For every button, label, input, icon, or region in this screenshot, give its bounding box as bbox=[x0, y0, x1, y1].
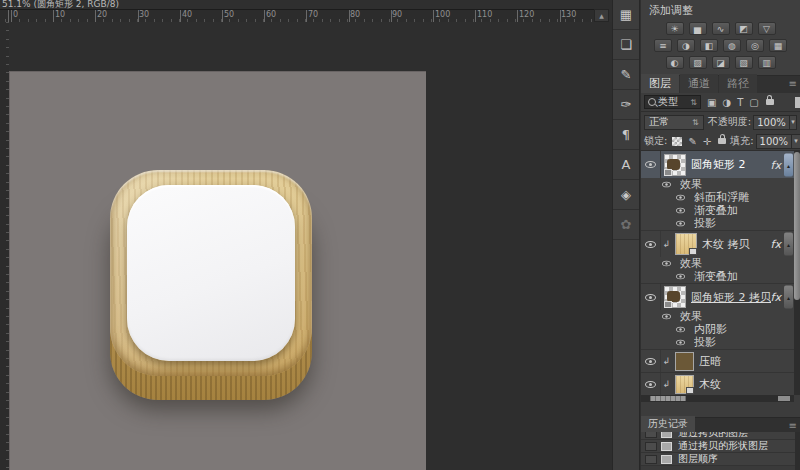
tab-history[interactable]: 历史记录 bbox=[641, 416, 695, 432]
fx-collapse-button[interactable]: ▴ bbox=[784, 153, 793, 176]
eye-icon[interactable] bbox=[671, 323, 690, 336]
tab-paths[interactable]: 路径 bbox=[719, 74, 757, 93]
3d-panel-icon[interactable]: ◈ bbox=[613, 180, 639, 210]
type-layer-filter-icon[interactable]: T bbox=[737, 97, 743, 108]
opacity-value[interactable]: 100% bbox=[753, 115, 790, 130]
lock-all-icon[interactable] bbox=[718, 138, 726, 144]
opacity-dropdown-icon[interactable]: ▾ bbox=[790, 115, 797, 130]
eye-icon[interactable] bbox=[641, 151, 661, 178]
history-source-checkbox[interactable] bbox=[645, 442, 657, 451]
lock-transparency-icon[interactable] bbox=[672, 137, 682, 146]
layer-row[interactable]: 圆角矩形 2 拷贝 fx ▴ bbox=[641, 283, 800, 310]
layers-horizontal-scrollbar[interactable] bbox=[641, 395, 794, 402]
adjustment-layer-filter-icon[interactable]: ◑ bbox=[722, 97, 731, 108]
lock-position-move-icon[interactable]: ✛ bbox=[703, 136, 711, 147]
blend-mode-select[interactable]: 正常 ⇅ bbox=[644, 115, 704, 130]
paragraph-panel-icon[interactable]: ¶ bbox=[613, 120, 639, 150]
eye-icon[interactable] bbox=[671, 191, 690, 204]
eye-icon[interactable] bbox=[657, 257, 676, 270]
eye-icon[interactable] bbox=[657, 178, 676, 191]
ruler-tick-label: 130 bbox=[561, 10, 576, 19]
selective-color-icon[interactable]: ▧ bbox=[735, 56, 753, 69]
ruler-tick-label: 100 bbox=[435, 10, 450, 19]
eye-icon[interactable] bbox=[641, 373, 661, 395]
ruler-tick-label: 60 bbox=[266, 10, 276, 19]
eye-icon[interactable] bbox=[657, 310, 676, 323]
brightness-contrast-icon[interactable]: ☀ bbox=[666, 22, 684, 35]
ruler-tick-label: 90 bbox=[392, 10, 402, 19]
history-item[interactable]: 通过拷贝的形状图层 bbox=[641, 440, 795, 453]
layer-thumbnail[interactable] bbox=[664, 154, 686, 176]
ruler-tick-label: 10 bbox=[55, 10, 65, 19]
fx-collapse-button[interactable]: ▴ bbox=[784, 233, 793, 256]
ruler-tick-label: 40 bbox=[182, 10, 192, 19]
fill-value[interactable]: 100% bbox=[756, 134, 793, 149]
filter-type-select[interactable]: 类型 ⇅ bbox=[644, 95, 701, 109]
shape-layer-filter-icon[interactable]: ▢ bbox=[749, 97, 758, 108]
scrollbar-thumb[interactable] bbox=[794, 152, 800, 300]
layer-effect-row[interactable]: 投影 bbox=[641, 217, 800, 230]
properties-panel-icon[interactable]: ✿ bbox=[613, 210, 639, 240]
black-white-icon[interactable]: ◧ bbox=[700, 39, 718, 52]
scrollbar-thumb[interactable] bbox=[650, 396, 686, 401]
tab-channels[interactable]: 通道 bbox=[680, 74, 718, 93]
eye-icon[interactable] bbox=[641, 350, 661, 372]
ruler-tick-label: 110 bbox=[477, 10, 492, 19]
channel-mixer-icon[interactable]: ◎ bbox=[746, 39, 764, 52]
lock-pixels-brush-icon[interactable]: ✎ bbox=[688, 136, 696, 147]
eye-icon[interactable] bbox=[671, 204, 690, 217]
layer-thumbnail[interactable] bbox=[675, 352, 694, 371]
history-source-checkbox[interactable] bbox=[645, 432, 657, 438]
eye-icon[interactable] bbox=[671, 336, 690, 349]
photo-filter-icon[interactable]: ◍ bbox=[723, 39, 741, 52]
eye-icon[interactable] bbox=[641, 284, 661, 310]
styles-icon[interactable]: ❏ bbox=[613, 30, 639, 60]
filter-toggle-partial[interactable] bbox=[795, 97, 800, 108]
layer-row[interactable]: ↳ 木纹 拷贝 fx ▴ bbox=[641, 230, 800, 257]
effect-name: 投影 bbox=[694, 335, 716, 350]
layer-effect-row[interactable]: 投影 bbox=[641, 336, 800, 349]
layer-thumbnail[interactable] bbox=[664, 286, 686, 308]
fx-collapse-button[interactable]: ▴ bbox=[784, 286, 793, 309]
history-item[interactable]: 图层顺序 bbox=[641, 453, 795, 466]
gradient-map-icon[interactable]: ▥ bbox=[758, 56, 776, 69]
eye-icon[interactable] bbox=[671, 270, 690, 283]
tool-presets-icon[interactable]: ✑ bbox=[613, 90, 639, 120]
history-scrollbar[interactable] bbox=[795, 432, 800, 470]
layer-effect-row[interactable]: 内阴影 bbox=[641, 323, 800, 336]
eye-icon[interactable] bbox=[671, 217, 690, 230]
smart-object-filter-lock-icon[interactable] bbox=[766, 99, 774, 105]
layer-name: 压暗 bbox=[699, 354, 721, 369]
layer-effect-row[interactable]: 渐变叠加 bbox=[641, 204, 800, 217]
layer-row[interactable]: ↳ 压暗 bbox=[641, 349, 800, 372]
swatches-icon[interactable]: ▦ bbox=[613, 0, 639, 30]
eye-icon[interactable] bbox=[641, 231, 661, 257]
invert-icon[interactable]: ◐ bbox=[666, 56, 684, 69]
layer-effect-row[interactable]: 渐变叠加 bbox=[641, 270, 800, 283]
vibrance-icon[interactable]: ▽ bbox=[758, 22, 776, 35]
character-panel-icon[interactable]: A bbox=[613, 150, 639, 180]
fill-dropdown-icon[interactable]: ▾ bbox=[792, 134, 800, 149]
exposure-icon[interactable]: ◩ bbox=[735, 22, 753, 35]
brush-presets-icon[interactable]: ✎ bbox=[613, 60, 639, 90]
levels-icon[interactable]: ▅ bbox=[689, 22, 707, 35]
hue-saturation-icon[interactable]: ≡ bbox=[654, 39, 672, 52]
layer-thumbnail[interactable] bbox=[675, 375, 694, 394]
color-lookup-icon[interactable]: ▦ bbox=[769, 39, 787, 52]
panel-menu-icon[interactable]: ≡ bbox=[789, 78, 797, 89]
layer-row[interactable]: ↳ 木纹 bbox=[641, 372, 800, 395]
scrollbar-cap[interactable] bbox=[778, 396, 790, 401]
panel-menu-icon[interactable]: ≡ bbox=[789, 420, 797, 431]
layer-row[interactable]: 圆角矩形 2 fx ▴ bbox=[641, 151, 800, 178]
tab-layers[interactable]: 图层 bbox=[641, 74, 679, 93]
pixel-layer-filter-icon[interactable]: ▣ bbox=[707, 97, 716, 108]
color-balance-icon[interactable]: ◑ bbox=[677, 39, 695, 52]
curves-icon[interactable]: ∿ bbox=[712, 22, 730, 35]
history-state-icon bbox=[661, 455, 672, 464]
scroll-up-button[interactable]: ▲ bbox=[594, 9, 609, 22]
threshold-icon[interactable]: ◪ bbox=[712, 56, 730, 69]
posterize-icon[interactable]: ▨ bbox=[689, 56, 707, 69]
history-source-checkbox[interactable] bbox=[645, 455, 657, 464]
layers-vertical-scrollbar[interactable] bbox=[794, 151, 800, 395]
layer-thumbnail[interactable] bbox=[675, 233, 697, 255]
